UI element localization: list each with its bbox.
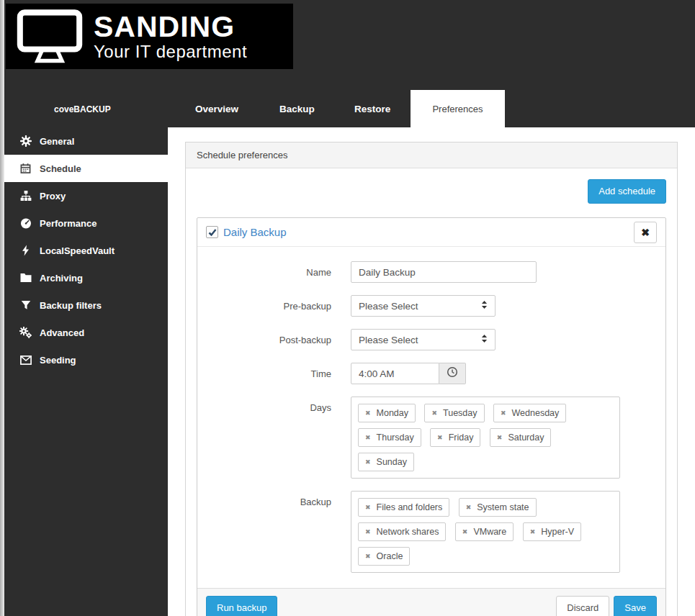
tab-preferences[interactable]: Preferences xyxy=(411,90,505,127)
sidebar-item-performance[interactable]: Performance xyxy=(0,209,168,237)
sitemap-icon xyxy=(19,190,32,201)
remove-tag-icon[interactable]: ✖ xyxy=(501,409,506,417)
remove-tag-icon[interactable]: ✖ xyxy=(497,434,503,441)
tab-restore[interactable]: Restore xyxy=(354,104,390,114)
schedule-card-footer: Run backup Discard Save xyxy=(197,588,665,616)
sidebar-item-general[interactable]: General xyxy=(0,127,168,155)
schedule-preferences-panel: Schedule preferences Add schedule Daily … xyxy=(185,142,678,616)
day-tag[interactable]: ✖Sunday xyxy=(358,453,414,471)
backup-source-tag[interactable]: ✖Network shares xyxy=(358,522,446,541)
backup-source-tag[interactable]: ✖Files and folders xyxy=(358,498,449,517)
pre-backup-label: Pre-backup xyxy=(208,295,351,317)
time-row: Time xyxy=(208,363,655,384)
remove-tag-icon[interactable]: ✖ xyxy=(365,409,371,417)
day-tag[interactable]: ✖Monday xyxy=(358,404,416,422)
schedule-title[interactable]: Daily Backup xyxy=(223,226,287,238)
remove-tag-icon[interactable]: ✖ xyxy=(365,434,371,441)
sidebar-item-label: Seeding xyxy=(40,355,76,366)
backup-source-tag[interactable]: ✖Oracle xyxy=(358,547,410,566)
schedule-enabled-checkbox[interactable] xyxy=(206,226,218,238)
save-button[interactable]: Save xyxy=(614,596,657,616)
name-input[interactable] xyxy=(351,261,537,283)
day-tag[interactable]: ✖Tuesday xyxy=(424,404,484,422)
select-arrows-icon xyxy=(481,334,488,345)
tag-label: Friday xyxy=(449,432,474,443)
sidebar-item-label: Advanced xyxy=(40,327,84,338)
remove-tag-icon[interactable]: ✖ xyxy=(365,553,371,560)
sidebar-item-localspeedvault[interactable]: LocalSpeedVault xyxy=(0,237,168,264)
time-picker-button[interactable] xyxy=(439,363,466,384)
logo-subtitle: Your IT department xyxy=(94,42,247,60)
time-input[interactable] xyxy=(351,363,439,384)
filter-icon xyxy=(19,299,32,311)
sidebar-item-advanced[interactable]: Advanced xyxy=(0,319,168,346)
clock-icon xyxy=(447,366,458,381)
schedule-card-header: Daily Backup ✖ xyxy=(197,218,665,247)
sidebar-item-label: Proxy xyxy=(40,191,66,201)
sidebar-item-archiving[interactable]: Archiving xyxy=(0,264,168,291)
monitor-icon xyxy=(16,9,84,64)
remove-tag-icon[interactable]: ✖ xyxy=(466,504,472,511)
logo: SANDING Your IT department xyxy=(6,4,293,69)
app-window: General Schedule Proxy Performance Local… xyxy=(0,0,695,616)
remove-tag-icon[interactable]: ✖ xyxy=(437,434,443,441)
tachometer-icon xyxy=(19,217,32,229)
folder-icon xyxy=(19,272,32,284)
discard-button[interactable]: Discard xyxy=(556,596,609,616)
backup-source-tag[interactable]: ✖VMware xyxy=(455,522,514,541)
day-tag[interactable]: ✖Saturday xyxy=(490,428,552,447)
remove-tag-icon[interactable]: ✖ xyxy=(365,504,371,511)
backup-source-tag[interactable]: ✖Hyper-V xyxy=(523,522,581,541)
remove-tag-icon[interactable]: ✖ xyxy=(365,528,371,535)
bolt-icon xyxy=(19,245,32,256)
tab-overview[interactable]: Overview xyxy=(195,104,238,114)
close-icon: ✖ xyxy=(641,227,650,238)
day-tag[interactable]: ✖Wednesday xyxy=(493,404,566,422)
post-backup-label: Post-backup xyxy=(208,329,351,350)
sidebar-item-label: Archiving xyxy=(40,273,83,284)
sidebar-item-label: Schedule xyxy=(40,163,81,174)
run-backup-button[interactable]: Run backup xyxy=(206,596,277,616)
tag-label: System state xyxy=(477,502,529,512)
days-row: Days ✖Monday ✖Tuesday ✖Wednesday xyxy=(208,397,655,479)
post-backup-select[interactable]: Please Select xyxy=(351,329,496,350)
sidebar-item-label: General xyxy=(40,136,74,147)
cogs-icon xyxy=(19,327,32,338)
tag-label: Sunday xyxy=(377,457,407,467)
tab-backup[interactable]: Backup xyxy=(279,104,315,114)
sidebar-item-backup-filters[interactable]: Backup filters xyxy=(0,291,168,319)
pre-backup-select[interactable]: Please Select xyxy=(351,295,496,317)
tag-label: Network shares xyxy=(377,527,439,537)
add-schedule-button[interactable]: Add schedule xyxy=(588,179,666,204)
pre-backup-row: Pre-backup Please Select xyxy=(208,295,655,317)
tag-label: Hyper-V xyxy=(541,527,574,537)
pre-backup-selected-value: Please Select xyxy=(359,301,418,312)
backup-row: Backup ✖Files and folders ✖System state … xyxy=(208,491,655,573)
logo-title: SANDING xyxy=(94,12,247,42)
close-button[interactable]: ✖ xyxy=(634,222,657,243)
gear-icon xyxy=(19,135,32,147)
remove-tag-icon[interactable]: ✖ xyxy=(365,458,371,466)
sidebar-item-seeding[interactable]: Seeding xyxy=(0,346,168,373)
select-arrows-icon xyxy=(481,300,488,312)
sidebar-item-label: Performance xyxy=(40,218,97,229)
window-edge xyxy=(0,0,4,616)
tag-label: Files and folders xyxy=(377,502,443,512)
backup-source-tag[interactable]: ✖System state xyxy=(459,498,537,517)
schedule-form: Name Pre-backup Please Select Post-backu… xyxy=(197,247,665,588)
sidebar-item-proxy[interactable]: Proxy xyxy=(0,182,168,209)
tag-label: Oracle xyxy=(377,551,403,561)
sidebar-item-schedule[interactable]: Schedule xyxy=(0,155,168,182)
tag-label: Tuesday xyxy=(443,408,477,418)
backup-tagbox: ✖Files and folders ✖System state ✖Networ… xyxy=(351,491,620,573)
remove-tag-icon[interactable]: ✖ xyxy=(530,528,536,535)
remove-tag-icon[interactable]: ✖ xyxy=(431,409,437,417)
day-tag[interactable]: ✖Thursday xyxy=(358,428,421,447)
days-label: Days xyxy=(208,397,351,479)
panel-title: Schedule preferences xyxy=(186,142,677,168)
schedule-card: Daily Backup ✖ Name Pre-backup Please Se… xyxy=(197,217,666,616)
day-tag[interactable]: ✖Friday xyxy=(430,428,480,447)
remove-tag-icon[interactable]: ✖ xyxy=(462,528,468,535)
brand[interactable]: coveBACKUP xyxy=(54,104,111,114)
name-label: Name xyxy=(208,261,351,283)
